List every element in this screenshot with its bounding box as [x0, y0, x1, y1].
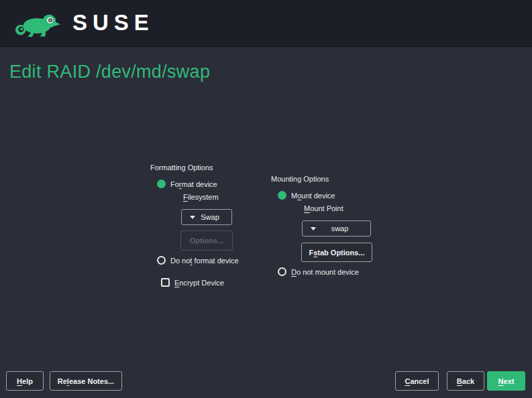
do-not-format-radio[interactable]: Do not format device: [157, 256, 239, 265]
suse-logo: SUSE: [13, 7, 154, 38]
chevron-down-icon: [311, 227, 316, 230]
format-device-radio[interactable]: Format device: [157, 180, 217, 188]
installer-window: SUSE Edit RAID /dev/md/swap Formatting O…: [0, 0, 532, 398]
encrypt-device-checkbox[interactable]: Encrypt Device: [161, 278, 224, 287]
cancel-button[interactable]: Cancel: [395, 371, 439, 391]
filesystem-select[interactable]: Swap: [181, 209, 232, 225]
encrypt-device-label: Encrypt Device: [174, 279, 224, 287]
help-button[interactable]: Help: [6, 371, 44, 391]
filesystem-selected-value: Swap: [195, 213, 231, 221]
mount-point-select[interactable]: swap: [302, 220, 371, 237]
mount-point-label: Mount Point: [304, 204, 343, 212]
mount-device-radio[interactable]: Mount device: [278, 191, 335, 200]
chameleon-icon: [13, 7, 64, 38]
mount-point-selected-value: swap: [316, 224, 370, 233]
mounting-options-heading: Mounting Options: [271, 175, 329, 183]
filesystem-options-button: Options...: [180, 230, 233, 251]
radio-selected-icon: [278, 191, 286, 200]
back-button[interactable]: Back: [447, 371, 484, 391]
checkbox-unchecked-icon: [161, 278, 170, 287]
radio-unselected-icon: [157, 256, 166, 265]
next-button[interactable]: Next: [487, 371, 525, 391]
header-bar: SUSE: [0, 0, 532, 47]
do-not-mount-radio[interactable]: Do not mount device: [278, 267, 359, 276]
mount-device-label: Mount device: [291, 192, 335, 200]
do-not-format-label: Do not format device: [170, 257, 239, 265]
formatting-options-heading: Formatting Options: [150, 163, 213, 172]
fstab-options-button[interactable]: Fstab Options...: [301, 243, 372, 262]
brand-wordmark: SUSE: [72, 7, 154, 38]
do-not-mount-label: Do not mount device: [291, 268, 359, 276]
chevron-down-icon: [190, 216, 195, 219]
page-title: Edit RAID /dev/md/swap: [9, 62, 210, 82]
format-device-label: Format device: [170, 180, 217, 188]
radio-selected-icon: [157, 180, 166, 188]
filesystem-label: Filesystem: [183, 193, 219, 201]
radio-unselected-icon: [278, 267, 286, 276]
release-notes-button[interactable]: Release Notes...: [50, 371, 122, 391]
